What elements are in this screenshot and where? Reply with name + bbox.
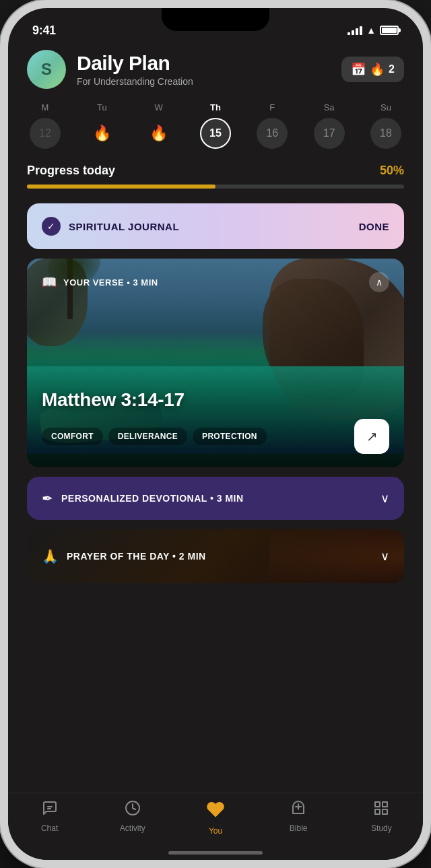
chevron-up-icon[interactable]: ∧ <box>369 272 389 292</box>
header: S Daily Plan For Understanding Creation … <box>27 50 404 89</box>
status-icons: ▲ <box>347 25 399 36</box>
devotional-title: PERSONALIZED DEVOTIONAL • 3 MIN <box>61 493 244 504</box>
bible-icon <box>290 800 306 820</box>
streak-badge[interactable]: 📅 🔥 2 <box>341 57 404 82</box>
day-friday[interactable]: F 16 <box>257 102 288 149</box>
day-circle-fire-2: 🔥 <box>143 118 174 149</box>
done-label: DONE <box>359 221 389 232</box>
verse-content: 📖 YOUR VERSE • 3 MIN ∧ Matthew 3:14-17 C… <box>27 259 404 467</box>
progress-bar-fill <box>27 185 216 189</box>
day-tuesday[interactable]: Tu 🔥 <box>86 102 117 149</box>
streak-count: 2 <box>389 63 395 75</box>
nav-label-bible: Bible <box>290 824 308 833</box>
prayer-chevron-down-icon: ∨ <box>380 549 389 564</box>
progress-percent: 50% <box>380 164 404 178</box>
weekly-calendar: M 12 Tu 🔥 W 🔥 Th 15 F 16 <box>27 102 404 149</box>
day-circle-17: 17 <box>314 118 345 149</box>
day-label-mon: M <box>42 102 49 112</box>
verse-reference: Matthew 3:14-17 <box>42 389 389 411</box>
feather-icon: ✒ <box>42 490 53 506</box>
prayer-content: 🙏 PRAYER OF THE DAY • 2 MIN ∨ <box>42 548 389 564</box>
chevron-down-icon: ∨ <box>380 491 389 506</box>
signal-bar-1 <box>347 32 350 35</box>
progress-bar-background <box>27 185 404 189</box>
verse-arrow-button[interactable]: ↗ <box>354 419 389 454</box>
nav-item-you[interactable]: You <box>174 800 257 836</box>
page-subtitle: For Understanding Creation <box>77 76 193 87</box>
prayer-title: PRAYER OF THE DAY • 2 MIN <box>67 551 206 562</box>
activity-icon <box>125 800 141 820</box>
avatar: S <box>27 50 66 89</box>
day-circle-fire-1: 🔥 <box>86 118 117 149</box>
spiritual-journal-title: SPIRITUAL JOURNAL <box>69 221 179 232</box>
card-left: ✓ SPIRITUAL JOURNAL <box>42 217 179 236</box>
progress-label: Progress today <box>27 164 115 178</box>
day-saturday[interactable]: Sa 17 <box>314 102 345 149</box>
nav-item-study[interactable]: Study <box>340 800 423 833</box>
verse-card[interactable]: 📖 YOUR VERSE • 3 MIN ∧ Matthew 3:14-17 C… <box>27 259 404 467</box>
nav-label-study: Study <box>371 824 392 833</box>
day-monday[interactable]: M 12 <box>30 102 61 149</box>
nav-item-activity[interactable]: Activity <box>91 800 174 833</box>
verse-bottom: Matthew 3:14-17 COMFORT DELIVERANCE PROT… <box>42 389 389 454</box>
book-icon: 📖 <box>42 275 57 290</box>
verse-header-label: YOUR VERSE • 3 MIN <box>63 277 158 288</box>
devotional-left: ✒ PERSONALIZED DEVOTIONAL • 3 MIN <box>42 490 244 506</box>
phone-screen: 9:41 ▲ S <box>8 8 423 860</box>
day-thursday[interactable]: Th 15 <box>200 102 231 149</box>
nav-label-activity: Activity <box>120 824 145 833</box>
status-time: 9:41 <box>32 24 56 38</box>
tag-protection: PROTECTION <box>193 428 267 445</box>
progress-section: Progress today 50% <box>27 164 404 189</box>
signal-bar-2 <box>352 30 354 35</box>
prayer-left: 🙏 PRAYER OF THE DAY • 2 MIN <box>42 548 206 564</box>
signal-bar-3 <box>356 28 358 35</box>
day-circle-12: 12 <box>30 118 61 149</box>
tag-deliverance: DELIVERANCE <box>108 428 187 445</box>
progress-header: Progress today 50% <box>27 164 404 178</box>
battery-fill <box>382 28 397 33</box>
day-label-sun: Su <box>380 102 391 112</box>
verse-tags: COMFORT DELIVERANCE PROTECTION <box>42 428 347 445</box>
prayer-hands-icon: 🙏 <box>42 548 59 564</box>
day-label-thu: Th <box>210 102 221 112</box>
battery-icon <box>380 26 399 35</box>
header-text: Daily Plan For Understanding Creation <box>77 52 193 87</box>
header-left: S Daily Plan For Understanding Creation <box>27 50 193 89</box>
day-sunday[interactable]: Su 18 <box>370 102 401 149</box>
nav-item-bible[interactable]: Bible <box>257 800 340 833</box>
day-circle-16: 16 <box>257 118 288 149</box>
verse-header-left: 📖 YOUR VERSE • 3 MIN <box>42 275 158 290</box>
prayer-card[interactable]: 🙏 PRAYER OF THE DAY • 2 MIN ∨ <box>27 529 404 583</box>
nav-label-you: You <box>209 826 222 836</box>
main-content: S Daily Plan For Understanding Creation … <box>8 43 423 799</box>
day-label-tue: Tu <box>97 102 107 112</box>
check-icon: ✓ <box>42 217 61 236</box>
devotional-card[interactable]: ✒ PERSONALIZED DEVOTIONAL • 3 MIN ∨ <box>27 477 404 520</box>
day-wednesday[interactable]: W 🔥 <box>143 102 174 149</box>
bottom-navigation: Chat Activity You <box>8 793 423 860</box>
tag-comfort: COMFORT <box>42 428 103 445</box>
notch <box>162 8 269 31</box>
day-label-fri: F <box>269 102 275 112</box>
fire-icon: 🔥 <box>370 62 385 77</box>
verse-tags-row: COMFORT DELIVERANCE PROTECTION ↗ <box>42 419 389 454</box>
spacer <box>42 411 389 419</box>
verse-header: 📖 YOUR VERSE • 3 MIN ∧ <box>42 272 389 292</box>
day-label-sat: Sa <box>324 102 335 112</box>
wifi-icon: ▲ <box>366 25 376 36</box>
day-label-wed: W <box>155 102 163 112</box>
nav-item-chat[interactable]: Chat <box>8 800 91 833</box>
chat-icon <box>42 800 58 820</box>
day-circle-15: 15 <box>200 118 231 149</box>
page-title: Daily Plan <box>77 52 193 75</box>
calendar-icon: 📅 <box>351 62 366 77</box>
phone-frame: 9:41 ▲ S <box>0 0 431 868</box>
home-indicator <box>168 851 263 855</box>
nav-label-chat: Chat <box>41 824 58 833</box>
study-icon <box>373 800 389 820</box>
spiritual-journal-card[interactable]: ✓ SPIRITUAL JOURNAL DONE <box>27 203 404 249</box>
svg-rect-8 <box>375 809 380 814</box>
svg-rect-7 <box>383 809 387 814</box>
you-heart-icon <box>206 800 225 823</box>
